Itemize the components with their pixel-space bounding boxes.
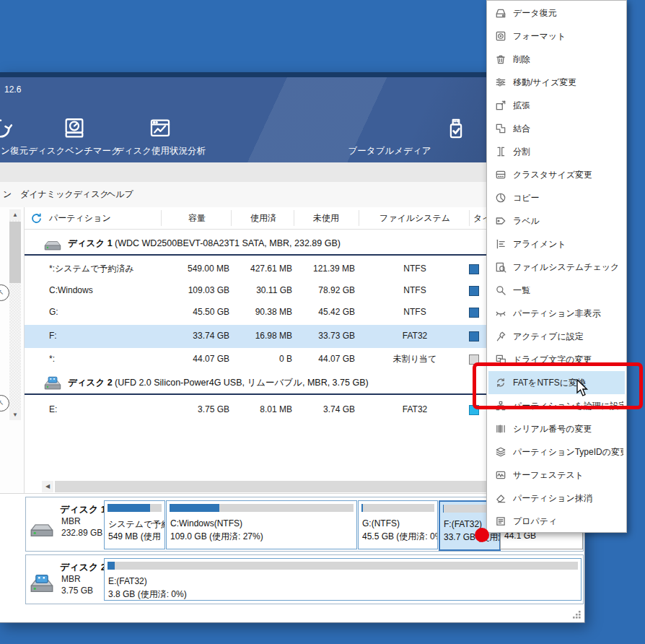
- toolbar-item[interactable]: ディスクベンチマーク: [27, 115, 121, 160]
- desktop: 12.6 ン復元ディスクベンチマークディスク使用状況分析ブータブルメディア ン …: [0, 0, 645, 644]
- partition-name: *:システムで予約済み: [49, 258, 172, 279]
- type-color-square: [469, 308, 479, 318]
- filesystem-value: NTFS: [361, 258, 469, 279]
- context-menu-item[interactable]: プロパティ: [488, 510, 625, 533]
- context-menu-item[interactable]: 移動/サイズ変更: [488, 71, 625, 94]
- context-menu-item[interactable]: データ復元: [488, 1, 625, 25]
- disk-map-name: ディスク 2: [60, 561, 106, 574]
- unused-value: 44.07 GB: [297, 348, 355, 370]
- col-capacity[interactable]: 容量: [164, 207, 229, 229]
- context-menu-item[interactable]: クラスタサイズ変更: [488, 163, 625, 186]
- extend-icon: [495, 100, 506, 111]
- partition-block-label: C:Windows(NTFS): [170, 518, 242, 528]
- partition-name: *:: [49, 348, 172, 370]
- click-indicator-dot: [475, 528, 489, 542]
- menubar-item-dynamic-disk[interactable]: ダイナミックディスク: [16, 182, 113, 207]
- filesystem-value: NTFS: [361, 301, 469, 323]
- context-menu-item[interactable]: ファイルシステムチェック: [488, 256, 625, 279]
- sidebar-collapse-icon[interactable]: ↖: [0, 284, 9, 301]
- context-menu-item-label: ラベル: [513, 209, 623, 232]
- partition-name: G:: [49, 301, 172, 323]
- partition-recovery-icon: [0, 116, 13, 141]
- usage-bar: [108, 562, 578, 570]
- context-menu-item[interactable]: 一覧: [488, 279, 625, 302]
- usb-icon: [29, 574, 55, 593]
- unused-value: 45.42 GB: [297, 301, 355, 323]
- type-color-square: [469, 264, 479, 274]
- toolbar-item[interactable]: ディスク使用状況分析: [108, 115, 212, 160]
- partition-block-size: 33.7 GB (使用済: 0: [444, 531, 501, 544]
- scroll-down-icon[interactable]: ▼: [9, 409, 21, 420]
- left-sidebar: ↖ ↖ ▲ ▼: [0, 207, 25, 493]
- partition-block-label: G:(NTFS): [362, 518, 400, 528]
- red-highlight-box: [473, 362, 643, 409]
- unused-value: 33.73 GB: [297, 325, 355, 348]
- context-menu-item-label: パーティション非表示: [513, 302, 623, 325]
- capacity-value: 33.74 GB: [164, 325, 229, 348]
- partition-block-size: 109.0 GB (使用済: 27%): [170, 531, 263, 543]
- menubar-item-help[interactable]: ヘルプ: [102, 182, 138, 207]
- col-filesystem[interactable]: ファイルシステム: [361, 207, 469, 229]
- usage-bar-fill: [361, 504, 363, 512]
- toolbar-item[interactable]: ブータブルメディア: [333, 115, 446, 160]
- vertical-scrollbar[interactable]: ▲ ▼: [9, 209, 21, 420]
- scroll-up-icon[interactable]: ▲: [9, 209, 21, 220]
- disk-usage-analysis-icon: [148, 116, 172, 141]
- col-unused[interactable]: 未使用: [297, 207, 355, 229]
- context-menu-item-label: 分割: [513, 140, 623, 163]
- disk-benchmark-icon: [62, 116, 87, 141]
- usage-bar-fill: [443, 505, 444, 513]
- col-partition[interactable]: パーティション: [49, 207, 111, 229]
- disk-info: (UFD 2.0 Silicon-Power4G USB, リムーバブル, MB…: [113, 378, 369, 388]
- context-menu-item[interactable]: ラベル: [488, 209, 625, 232]
- partition-block[interactable]: C:Windows(NTFS)109.0 GB (使用済: 27%): [166, 500, 357, 549]
- refresh-icon[interactable]: [30, 212, 43, 225]
- context-menu-item-label: 結合: [513, 117, 623, 140]
- scrollbar-thumb[interactable]: [9, 222, 21, 283]
- context-menu-item[interactable]: 分割: [488, 140, 625, 163]
- context-menu-item[interactable]: 削除: [488, 48, 625, 71]
- context-menu-item-label: データ復元: [513, 1, 623, 25]
- context-menu-item-label: サーフェステスト: [513, 464, 623, 487]
- context-menu-item[interactable]: パーティション非表示: [488, 302, 625, 325]
- resize-grip-icon[interactable]: [571, 609, 582, 619]
- context-menu-item[interactable]: アクティブに設定: [488, 325, 625, 348]
- serial-icon: [495, 423, 506, 435]
- disk-map-name: ディスク 1: [60, 503, 106, 516]
- partition-block[interactable]: システムで予約549 MB (使用: [104, 500, 165, 549]
- status-bar: [0, 607, 584, 622]
- col-used[interactable]: 使用済: [234, 207, 292, 229]
- partition-block-size: 45.5 GB (使用済: 0%: [362, 531, 438, 543]
- typeid-icon: [495, 446, 506, 458]
- partition-block[interactable]: G:(NTFS)45.5 GB (使用済: 0%: [358, 500, 438, 549]
- context-menu-item[interactable]: アライメント: [488, 232, 625, 256]
- context-menu-item[interactable]: 拡張: [488, 94, 625, 117]
- hdd-icon: [43, 237, 62, 251]
- toolbar-item-label: ディスクベンチマーク: [27, 145, 121, 157]
- used-value: 16.98 MB: [234, 325, 292, 348]
- scroll-left-icon[interactable]: ◀: [42, 481, 53, 492]
- menubar-item-partial[interactable]: ン: [0, 182, 16, 207]
- context-menu-item-label: シリアル番号の変更: [513, 417, 623, 440]
- context-menu-item[interactable]: コピー: [488, 186, 625, 209]
- context-menu-item[interactable]: 結合: [488, 117, 625, 140]
- capacity-value: 3.75 GB: [164, 399, 229, 420]
- context-menu-item-label: アクティブに設定: [513, 325, 623, 348]
- context-menu-item[interactable]: フォーマット: [488, 25, 625, 48]
- split-icon: [495, 146, 506, 157]
- context-menu-item[interactable]: サーフェステスト: [488, 464, 625, 487]
- unused-value: 3.74 GB: [297, 399, 355, 420]
- context-menu-item[interactable]: パーティション抹消: [488, 487, 625, 510]
- partition-block[interactable]: E:(FAT32)3.8 GB (使用済: 0%): [104, 558, 582, 601]
- used-value: 427.61 MB: [234, 258, 292, 279]
- disk-group-title: ディスク 1 (WDC WD2500BEVT-08A23T1 SATA, MBR…: [68, 232, 341, 254]
- type-color-square: [469, 331, 479, 341]
- usage-bar-fill: [108, 562, 115, 570]
- sidebar-collapse-icon[interactable]: ↖: [0, 395, 9, 412]
- partition-block-size: 3.8 GB (使用済: 0%): [108, 588, 187, 601]
- context-menu-item[interactable]: パーティションTypeIDの変更: [488, 440, 625, 464]
- filesystem-value: 未割り当て: [361, 348, 469, 370]
- context-menu-item-label: クラスタサイズ変更: [513, 163, 623, 186]
- context-menu-item-label: パーティション抹消: [513, 487, 623, 510]
- context-menu-item[interactable]: シリアル番号の変更: [488, 417, 625, 440]
